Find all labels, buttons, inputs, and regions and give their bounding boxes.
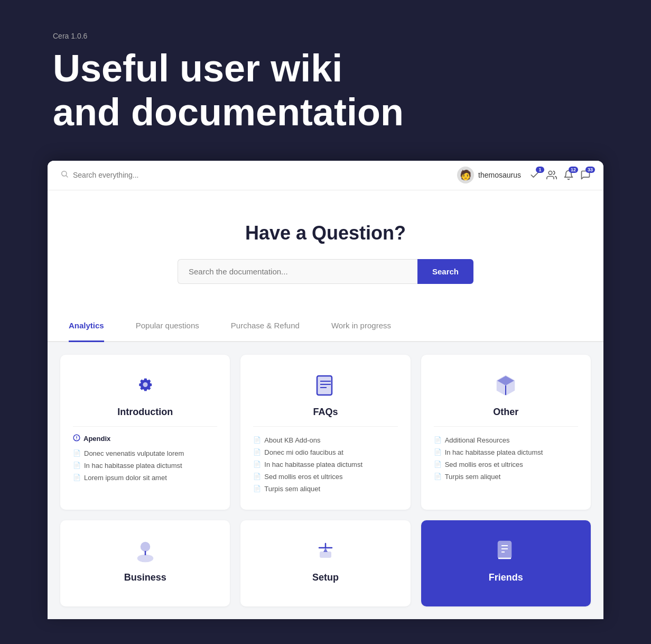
svg-point-4	[143, 382, 147, 387]
doc-icon: 📄	[253, 436, 261, 444]
list-item[interactable]: 📄 About KB Add-ons	[253, 434, 397, 446]
card-title-faqs: FAQs	[253, 407, 397, 418]
mail-badge: 33	[585, 167, 595, 173]
card-icon-wrap-introduction	[73, 372, 217, 399]
card-title-setup: Setup	[253, 572, 397, 583]
doc-icon: 📄	[73, 474, 81, 481]
cards-grid: Introduction Apendix 📄 Donec venenatis v…	[48, 342, 603, 619]
doc-icon: 📄	[73, 462, 81, 469]
top-nav: 🧑 themosaurus 1	[48, 161, 603, 190]
app-window: 🧑 themosaurus 1	[48, 161, 603, 619]
tabs-bar: Analytics Popular questions Purchase & R…	[48, 310, 603, 342]
card-introduction: Introduction Apendix 📄 Donec venenatis v…	[60, 355, 230, 510]
card-links-other: 📄 Additional Resources 📄 In hac habitass…	[434, 434, 578, 483]
nav-search-input[interactable]	[73, 171, 451, 179]
nav-icons: 1 12 33	[529, 170, 591, 180]
box-icon	[492, 372, 519, 399]
card-business: Business	[60, 520, 230, 606]
card-faqs: FAQs 📄 About KB Add-ons 📄 Donec mi odio …	[240, 355, 410, 510]
tab-analytics[interactable]: Analytics	[69, 310, 104, 342]
doc-hero: Have a Question? Search	[48, 190, 603, 310]
card-icon-wrap-setup	[253, 537, 397, 565]
card-icon-wrap-other	[434, 372, 578, 399]
setup-icon	[312, 537, 339, 565]
list-item[interactable]: 📄 Lorem ipsum dolor sit amet	[73, 472, 217, 484]
doc-icon: 📄	[253, 473, 261, 480]
book-icon	[492, 537, 519, 565]
list-item[interactable]: 📄 In hac habitasse platea dictumst	[73, 459, 217, 472]
svg-rect-17	[320, 552, 331, 557]
avatar: 🧑	[457, 167, 474, 183]
card-icon-wrap-business	[73, 537, 217, 565]
tab-popular-questions[interactable]: Popular questions	[136, 310, 199, 342]
card-title-friends: Friends	[434, 572, 578, 583]
list-item[interactable]: 📄 Donec mi odio faucibus at	[253, 446, 397, 458]
hero-title: Useful user wiki and documentation	[53, 47, 598, 134]
svg-point-14	[141, 542, 150, 551]
doc-icon: 📄	[253, 448, 261, 456]
hero-version: Cera 1.0.6	[53, 32, 598, 40]
list-item[interactable]: 📄 Turpis sem aliquet	[253, 483, 397, 495]
list-item[interactable]: 📄 In hac habitasse platea dictumst	[434, 446, 578, 458]
card-icon-wrap-faqs	[253, 372, 397, 399]
tab-work-in-progress[interactable]: Work in progress	[331, 310, 391, 342]
business-icon	[132, 537, 159, 565]
faq-icon	[312, 372, 339, 399]
apendix-icon	[73, 434, 80, 443]
doc-icon: 📄	[434, 436, 442, 444]
svg-line-1	[66, 176, 68, 177]
list-item[interactable]: 📄 Donec venenatis vulputate lorem	[73, 447, 217, 459]
nav-user[interactable]: 🧑 themosaurus	[457, 167, 521, 183]
svg-point-2	[548, 171, 552, 175]
doc-search-input[interactable]	[178, 259, 417, 284]
card-title-other: Other	[434, 407, 578, 418]
svg-rect-8	[317, 376, 332, 395]
doc-icon: 📄	[253, 461, 261, 468]
doc-hero-title: Have a Question?	[58, 222, 593, 244]
mail-icon-button[interactable]: 33	[580, 170, 591, 180]
doc-icon: 📄	[73, 449, 81, 457]
card-title-business: Business	[73, 572, 217, 583]
card-setup: Setup	[240, 520, 410, 606]
list-item[interactable]: 📄 In hac habitasse platea dictumst	[253, 458, 397, 471]
doc-search-button[interactable]: Search	[417, 259, 473, 284]
svg-rect-18	[498, 541, 511, 558]
check-badge: 1	[536, 167, 544, 173]
bell-icon-button[interactable]: 12	[563, 170, 574, 180]
card-other: Other 📄 Additional Resources 📄 In hac ha…	[421, 355, 591, 510]
card-links-introduction: 📄 Donec venenatis vulputate lorem 📄 In h…	[73, 447, 217, 484]
list-item[interactable]: 📄 Turpis sem aliquet	[434, 471, 578, 483]
card-friends: Friends	[421, 520, 591, 606]
list-item[interactable]: 📄 Sed mollis eros et ultrices	[434, 458, 578, 471]
doc-icon: 📄	[434, 473, 442, 480]
doc-icon: 📄	[434, 448, 442, 456]
hero-section: Cera 1.0.6 Useful user wiki and document…	[0, 0, 651, 161]
doc-icon: 📄	[434, 461, 442, 468]
tab-purchase-refund[interactable]: Purchase & Refund	[231, 310, 300, 342]
nav-right: 🧑 themosaurus 1	[457, 167, 591, 183]
list-item[interactable]: 📄 Additional Resources	[434, 434, 578, 446]
nav-search[interactable]	[60, 170, 451, 180]
users-icon-button[interactable]	[546, 170, 557, 180]
list-item[interactable]: 📄 Sed mollis eros et ultrices	[253, 471, 397, 483]
card-icon-wrap-friends	[434, 537, 578, 565]
card-title-introduction: Introduction	[73, 407, 217, 418]
nav-username: themosaurus	[478, 171, 521, 179]
card-header-link-introduction[interactable]: Apendix	[73, 434, 110, 443]
card-links-faqs: 📄 About KB Add-ons 📄 Donec mi odio fauci…	[253, 434, 397, 495]
doc-search-bar: Search	[178, 259, 473, 284]
svg-point-15	[138, 555, 153, 562]
gear-icon	[132, 372, 159, 399]
search-icon	[60, 170, 69, 180]
bell-badge: 12	[569, 167, 578, 173]
doc-icon: 📄	[253, 485, 261, 492]
check-icon-button[interactable]: 1	[529, 170, 540, 180]
